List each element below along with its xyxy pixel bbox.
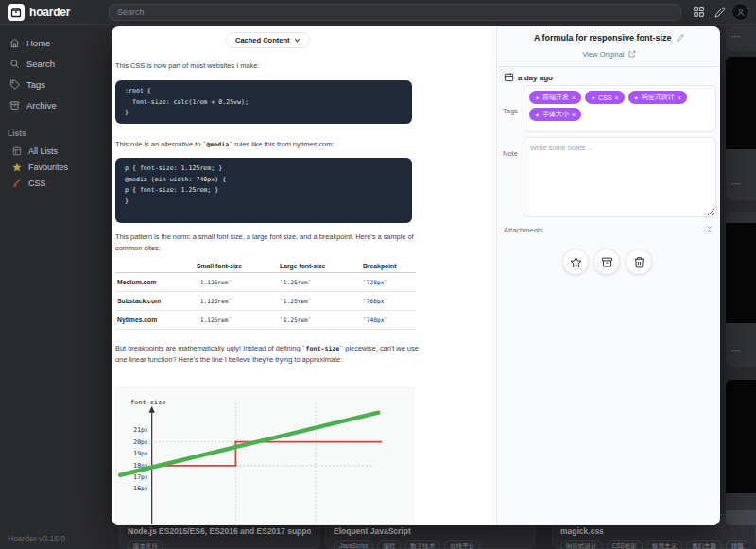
inline-code: `font-size` xyxy=(302,345,344,352)
card-tag[interactable]: 编程 xyxy=(377,540,401,549)
card-tag[interactable]: 数字技术 xyxy=(404,540,440,549)
view-original-link[interactable]: View Original xyxy=(497,50,720,59)
paintbrush-icon xyxy=(12,179,22,188)
topbar: hoarder xyxy=(0,0,756,25)
table-header: Large font-size xyxy=(278,260,361,272)
trash-icon xyxy=(633,256,645,268)
linear-series-line xyxy=(120,413,378,475)
bookmark-title-text: A formula for responsive font-size xyxy=(534,33,672,43)
article-paragraph: This rule is an alternative to `@media` … xyxy=(115,139,423,150)
ytick: 21px xyxy=(133,426,148,434)
remove-tag-icon[interactable]: × xyxy=(572,112,576,118)
search-icon xyxy=(9,59,20,69)
font-size-chart: font-size 21px 20px 19px 18px 17px 16px xyxy=(115,387,414,525)
note-input[interactable] xyxy=(524,137,716,217)
view-original-text: View Original xyxy=(582,50,624,59)
delete-button[interactable] xyxy=(626,249,652,275)
code-block: p { font-size: 1.125rem; } @media (min-w… xyxy=(115,158,412,223)
remove-tag-icon[interactable]: × xyxy=(615,94,619,101)
sparkles-icon: ✦ xyxy=(591,94,595,101)
collapse-section-icon[interactable] xyxy=(705,225,713,233)
article-paragraph: This pattern is the norm: a small font s… xyxy=(115,232,423,254)
sidebar-item-home[interactable]: Home xyxy=(9,38,50,48)
table-header xyxy=(115,264,195,269)
sidebar-list-favourites[interactable]: Favourites xyxy=(12,163,68,172)
card-tag[interactable]: 排版 xyxy=(726,540,747,549)
ytick: 17px xyxy=(133,473,148,481)
card-title: magick.css xyxy=(560,526,747,536)
table-header: Breakpoint xyxy=(361,260,416,272)
table-cell: `728px` xyxy=(361,273,416,291)
tag-pill[interactable]: ✦ 前端开发 × xyxy=(529,91,581,104)
card-tag[interactable]: CSS框架 xyxy=(607,540,643,549)
archive-icon xyxy=(9,100,20,111)
sparkles-icon: ✦ xyxy=(535,94,540,101)
archive-button[interactable] xyxy=(593,249,620,275)
card-tag[interactable]: JavaScript xyxy=(334,540,373,549)
card-menu-icon[interactable]: ⋯ xyxy=(731,180,741,189)
layout-grid-icon[interactable] xyxy=(693,6,705,18)
app-version: Hoarder v0.16.0 xyxy=(8,534,65,543)
sidebar-list-css[interactable]: CSS xyxy=(12,179,46,188)
external-link-icon xyxy=(628,50,636,58)
table-cell: `1.25rem` xyxy=(278,311,361,329)
background-card: ⋯ xyxy=(726,212,756,367)
table-cell: Substack.com xyxy=(115,292,195,310)
edit-pencil-icon[interactable] xyxy=(714,7,726,18)
tag-icon xyxy=(9,79,20,90)
font-size-table: Small font-size Large font-size Breakpoi… xyxy=(115,260,416,330)
sidebar-item-label: Home xyxy=(26,38,50,48)
axis-arrow-icon xyxy=(149,406,155,413)
avatar[interactable] xyxy=(731,3,749,21)
background-card xyxy=(726,380,756,525)
star-icon xyxy=(12,163,22,172)
tags-label: Tags xyxy=(503,107,518,115)
home-icon xyxy=(9,38,20,48)
article-paragraph: This CSS is now part of most websites I … xyxy=(115,60,423,72)
chevron-down-icon xyxy=(294,37,301,43)
inline-code: `@media` xyxy=(202,141,232,148)
sidebar-item-label: Search xyxy=(26,59,55,69)
bookmark-preview-dialog: Cached Content This CSS is now part of m… xyxy=(112,26,720,525)
card-menu-icon[interactable]: ⋯ xyxy=(731,346,741,355)
sidebar-list-label: Favourites xyxy=(28,163,68,172)
sidebar-item-search[interactable]: Search xyxy=(9,59,55,69)
ytick: 16px xyxy=(133,485,148,492)
sidebar-list-all-lists[interactable]: All Lists xyxy=(12,146,58,156)
table-cell: `740px` xyxy=(361,311,416,329)
table-cell: `1.25rem` xyxy=(278,292,361,310)
card-thumbnail xyxy=(726,380,756,493)
tag-pill[interactable]: ✦ CSS × xyxy=(585,91,625,104)
remove-tag-icon[interactable]: × xyxy=(678,94,681,101)
table-cell: Medium.com xyxy=(115,273,195,291)
content-type-dropdown[interactable]: Cached Content xyxy=(226,32,310,48)
global-search-input[interactable] xyxy=(109,4,681,21)
tag-pill[interactable]: ✦ 响应式设计 × xyxy=(628,91,687,104)
sidebar-list-label: CSS xyxy=(28,179,46,188)
card-tag[interactable]: 极简主义 xyxy=(646,540,682,549)
bookmark-date: a day ago xyxy=(518,74,553,82)
paragraph-text: This rule is an alternative to xyxy=(115,140,202,148)
ytick: 20px xyxy=(133,438,148,446)
favourite-button[interactable] xyxy=(562,249,589,275)
sidebar-item-archive[interactable]: Archive xyxy=(9,100,57,111)
card-tag[interactable]: 魔幻主题 xyxy=(686,540,722,549)
remove-tag-icon[interactable]: × xyxy=(572,94,576,101)
edit-title-icon[interactable] xyxy=(677,34,684,42)
table-row: Nytimes.com `1.125rem` `1.25rem` `740px` xyxy=(115,311,416,330)
archive-box-icon xyxy=(601,256,613,268)
card-tag[interactable]: 版本支持 xyxy=(128,540,163,549)
table-header: Small font-size xyxy=(195,260,278,272)
sidebar-item-tags[interactable]: Tags xyxy=(9,79,45,90)
card-tag[interactable]: 响应式设计 xyxy=(560,540,603,549)
table-cell: `1.25rem` xyxy=(278,273,361,291)
card-tag[interactable]: 在线平台 xyxy=(444,540,480,549)
all-lists-icon xyxy=(12,146,22,156)
table-header-row: Small font-size Large font-size Breakpoi… xyxy=(115,260,416,273)
tags-editor[interactable]: ✦ 前端开发 × ✦ CSS × ✦ 响应式设计 × ✦ 字体大小 × xyxy=(524,85,716,132)
card-menu-icon[interactable]: ⋯ xyxy=(731,32,741,42)
step-series-line xyxy=(152,442,383,466)
table-cell: `768px` xyxy=(361,292,416,310)
tag-pill[interactable]: ✦ 字体大小 × xyxy=(529,108,581,121)
table-cell: `1.125rem` xyxy=(195,311,278,329)
